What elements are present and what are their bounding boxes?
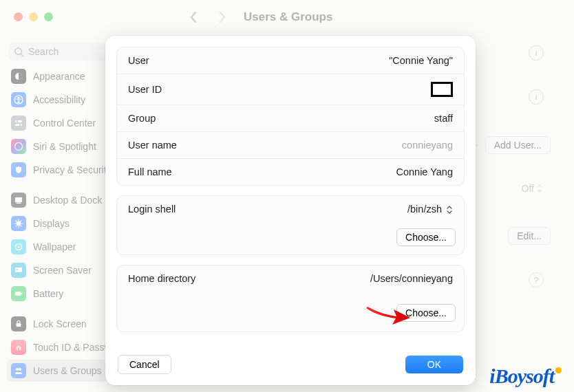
value-home-directory: /Users/connieyang [370, 273, 453, 284]
sidebar-item-label: Lock Screen [33, 318, 87, 329]
label-user-name: User name [128, 140, 177, 151]
label-user-id: User ID [128, 84, 162, 95]
login-shell-select[interactable]: /bin/zsh [407, 204, 453, 215]
watermark-dot-icon [555, 367, 562, 373]
battery-icon [11, 286, 26, 301]
sidebar-item-label: Screen Saver [33, 265, 92, 276]
svg-point-8 [19, 124, 21, 126]
chevron-updown-icon [446, 205, 453, 215]
svg-rect-26 [21, 293, 22, 294]
svg-point-24 [17, 269, 18, 270]
sidebar-item-label: Siri & Spotlight [33, 141, 96, 152]
value-full-name[interactable]: Connie Yang [396, 166, 453, 177]
label-home-directory: Home directory [128, 273, 195, 284]
maximize-icon[interactable] [44, 12, 53, 21]
help-icon[interactable]: ? [529, 272, 544, 287]
svg-point-28 [16, 368, 19, 371]
ok-button[interactable]: OK [405, 356, 463, 373]
wallpaper-icon [11, 239, 26, 254]
svg-point-22 [18, 246, 20, 248]
svg-rect-10 [15, 197, 22, 202]
touch-id-icon [11, 340, 26, 355]
svg-rect-27 [17, 323, 21, 327]
svg-point-29 [19, 368, 21, 371]
label-login-shell: Login shell [128, 204, 176, 215]
row-login-shell: Login shell /bin/zsh [117, 196, 464, 222]
info-icon[interactable]: i [529, 89, 544, 105]
sidebar-item-label: Control Center [33, 118, 96, 129]
siri-icon [11, 139, 26, 154]
row-user: User "Connie Yang" [117, 47, 464, 74]
svg-line-1 [21, 54, 23, 56]
svg-line-18 [21, 226, 21, 226]
lock-screen-icon [11, 316, 26, 331]
info-icon[interactable]: i [529, 45, 544, 61]
window-controls [14, 12, 53, 21]
cancel-button[interactable]: Cancel [118, 355, 171, 374]
appearance-icon [11, 69, 26, 84]
value-user: "Connie Yang" [389, 55, 453, 66]
login-shell-choose-button[interactable]: Choose... [396, 228, 456, 246]
page-title: Users & Groups [244, 10, 332, 24]
svg-rect-23 [15, 268, 22, 272]
accessibility-icon [11, 92, 26, 107]
svg-point-12 [17, 221, 21, 226]
row-group: Group staff [117, 105, 464, 131]
svg-point-4 [18, 97, 20, 99]
sidebar-item-label: Appearance [33, 71, 85, 82]
row-user-id: User ID [117, 74, 464, 105]
sidebar-item-label: Battery [33, 288, 63, 299]
value-group: staff [434, 113, 453, 124]
svg-line-20 [21, 221, 21, 221]
row-full-name: Full name Connie Yang [117, 158, 464, 185]
sidebar-item-label: Desktop & Dock [33, 195, 102, 206]
add-user-button[interactable]: Add User... [485, 136, 551, 154]
user-id-input[interactable] [431, 82, 453, 97]
back-button[interactable] [186, 10, 201, 25]
row-home-directory: Home directory /Users/connieyang [117, 265, 464, 292]
chevron-updown-icon[interactable] [537, 184, 542, 193]
svg-line-19 [16, 226, 17, 226]
privacy-icon [11, 162, 26, 177]
sidebar-item-label: Wallpaper [33, 241, 76, 252]
autologin-off-label: Off [522, 183, 542, 194]
watermark: iBoysoft [489, 364, 562, 388]
value-user-name[interactable]: connieyang [402, 140, 453, 151]
label-user: User [128, 55, 149, 66]
users-icon [11, 363, 26, 378]
annotation-arrow-icon [365, 301, 412, 326]
desktop-icon [11, 193, 26, 208]
sidebar-item-label: Users & Groups [33, 365, 102, 376]
svg-point-7 [17, 120, 19, 122]
edit-button[interactable]: Edit... [508, 227, 551, 245]
label-full-name: Full name [128, 166, 172, 177]
sidebar-item-label: Accessibility [33, 94, 85, 105]
search-icon [14, 47, 24, 57]
row-user-name: User name connieyang [117, 131, 464, 158]
svg-rect-11 [17, 203, 21, 204]
svg-rect-6 [15, 124, 22, 126]
forward-button[interactable] [215, 10, 230, 25]
svg-line-17 [16, 221, 17, 221]
minimize-icon[interactable] [29, 12, 38, 21]
svg-point-9 [15, 143, 23, 151]
control-center-icon [11, 116, 26, 131]
sidebar-item-label: Displays [33, 218, 70, 229]
label-group: Group [128, 113, 156, 124]
screen-saver-icon [11, 263, 26, 278]
svg-rect-25 [15, 292, 21, 295]
close-icon[interactable] [14, 12, 23, 21]
advanced-options-dialog: User "Connie Yang" User ID Group staff U… [105, 36, 476, 385]
svg-rect-5 [15, 120, 22, 122]
sidebar-item-label: Privacy & Security [33, 164, 111, 175]
displays-icon [11, 216, 26, 231]
